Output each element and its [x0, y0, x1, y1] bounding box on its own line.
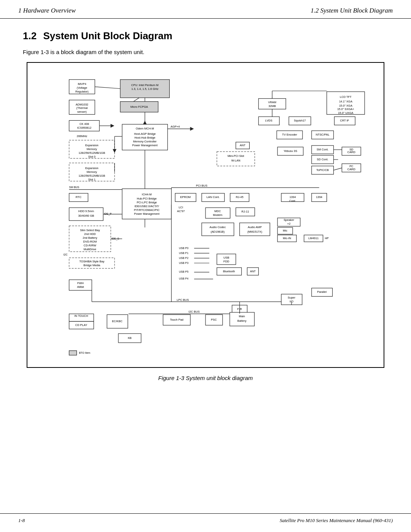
svg-text:Touch Pad: Touch Pad [170, 318, 183, 321]
svg-text:Mini-PCI Slot: Mini-PCI Slot [228, 154, 244, 158]
svg-text:Bluetooth: Bluetooth [223, 270, 235, 273]
svg-text:USB P0: USB P0 [179, 247, 188, 249]
svg-text:AC'97: AC'97 [177, 209, 185, 213]
svg-text:4Mbit: 4Mbit [77, 285, 84, 289]
svg-text:CARD: CARD [347, 168, 356, 171]
svg-text:Bridge Media: Bridge Media [83, 264, 100, 267]
svg-text:PCI BUS: PCI BUS [196, 184, 207, 187]
svg-text:RJ-45: RJ-45 [236, 195, 244, 199]
svg-text:1394: 1394 [290, 195, 296, 199]
svg-text:EPROM: EPROM [180, 195, 191, 199]
svg-text:Audio AMP: Audio AMP [248, 225, 262, 229]
page-footer: 1-8 Satellite Pro M10 Series Maintenance… [0, 513, 411, 524]
svg-text:FDD: FDD [223, 260, 229, 263]
svg-text:SD Cont.: SD Cont. [317, 158, 328, 161]
svg-text:DVD-ROM: DVD-ROM [83, 240, 97, 243]
svg-text:USB P4: USB P4 [179, 277, 188, 280]
svg-text:(AD1981B): (AD1981B) [210, 230, 225, 233]
svg-text:Squish17: Squish17 [294, 119, 306, 122]
svg-text:32MB: 32MB [268, 104, 276, 108]
svg-text:Battery: Battery [237, 319, 247, 323]
svg-text:MultiDrive: MultiDrive [84, 248, 96, 251]
svg-text:Super: Super [288, 296, 295, 299]
svg-text:Power Management: Power Management [134, 212, 160, 216]
svg-text:Regulator): Regulator) [75, 90, 89, 93]
svg-text:(Voltage: (Voltage [77, 86, 87, 89]
svg-text:TV Encoder: TV Encoder [282, 133, 297, 136]
svg-text:SM BUS: SM BUS [69, 186, 80, 189]
svg-text:LCI: LCI [178, 206, 183, 209]
svg-text:(MM1517X): (MM1517X) [247, 230, 262, 233]
svg-text:Expansion: Expansion [85, 166, 99, 170]
svg-text:CPU: Intel Pentium M: CPU: Intel Pentium M [131, 83, 159, 87]
figure-caption-bottom: Figure 1-3 System unit block diagram [23, 375, 388, 381]
svg-rect-99 [240, 223, 270, 236]
svg-text:ICS950812: ICS950812 [77, 126, 91, 129]
header-left: 1 Hardware Overview [18, 7, 76, 14]
svg-text:266MHz: 266MHz [77, 134, 88, 138]
svg-text:Modem: Modem [213, 213, 222, 217]
svg-text:senser): senser) [77, 110, 87, 113]
svg-text:RJ-11: RJ-11 [242, 210, 249, 213]
svg-text:128/256/512MB/1GB: 128/256/512MB/1GB [78, 151, 105, 155]
svg-text:×2: ×2 [287, 222, 291, 225]
svg-text:Audio Codec: Audio Codec [210, 225, 226, 229]
svg-text:USB P5: USB P5 [179, 270, 188, 273]
svg-text:IMVP4: IMVP4 [78, 82, 86, 86]
svg-marker-31 [190, 127, 193, 130]
svg-text:HP: HP [325, 236, 328, 240]
svg-text:IDE/USB2.0/AC'97/: IDE/USB2.0/AC'97/ [134, 204, 159, 208]
header-right: 1.2 System Unit Block Diagram [311, 7, 393, 14]
svg-text:(Thermal: (Thermal [76, 107, 88, 110]
svg-line-195 [134, 98, 139, 102]
section-title: 1.2 System Unit Block Diagram [23, 30, 388, 42]
svg-text:ANT: ANT [250, 270, 256, 273]
svg-text:Host-AGP Bridge: Host-AGP Bridge [134, 132, 156, 136]
svg-text:TOSHIBA Style Bay: TOSHIBA Style Bay [79, 260, 104, 263]
svg-text:Speaker: Speaker [284, 218, 294, 222]
svg-text:1394: 1394 [316, 195, 322, 199]
svg-text:USB P2: USB P2 [179, 257, 188, 259]
svg-text:W-LAN: W-LAN [231, 159, 241, 162]
svg-text:14.1" XGA: 14.1" XGA [339, 100, 352, 103]
svg-text:CARD: CARD [347, 150, 356, 154]
svg-text:2nd Battery: 2nd Battery [83, 236, 97, 240]
svg-text:ICH4-M: ICH4-M [142, 193, 152, 196]
svg-text:AGP×4: AGP×4 [170, 125, 180, 128]
svg-text:Mic-IN: Mic-IN [283, 236, 291, 240]
svg-rect-205 [69, 351, 77, 355]
svg-text:Slim Select Bay: Slim Select Bay [80, 228, 100, 232]
svg-text:CK 408: CK 408 [80, 122, 89, 126]
svg-text:Memory: Memory [87, 147, 97, 151]
svg-text:I2C BUS: I2C BUS [189, 310, 200, 313]
svg-text:HDD 9.5mm: HDD 9.5mm [78, 209, 94, 213]
svg-text:Slot 0: Slot 0 [88, 155, 96, 158]
svg-text:PSC: PSC [211, 318, 217, 321]
figure-caption-top: Figure 1-3 is a block diagram of the sys… [23, 49, 388, 55]
svg-text:EC/KBC: EC/KBC [112, 320, 123, 323]
svg-text:LM4911: LM4911 [308, 236, 319, 240]
svg-text:LVDS: LVDS [265, 119, 272, 122]
svg-text:USB P1: USB P1 [179, 252, 188, 254]
svg-text:USB: USB [223, 256, 229, 259]
svg-text:2nd HDD: 2nd HDD [84, 232, 96, 236]
svg-text:Memory: Memory [87, 170, 97, 174]
svg-text:LAN Cont.: LAN Cont. [207, 195, 220, 199]
svg-marker-28 [143, 121, 147, 124]
svg-line-215 [334, 168, 342, 170]
svg-text:Memory-Controller: Memory-Controller [133, 140, 157, 143]
svg-text:15.0" XGA: 15.0" XGA [339, 104, 352, 107]
svg-marker-16 [111, 124, 114, 127]
svg-text:Parallel: Parallel [317, 290, 327, 294]
svg-text:I2C: I2C [64, 253, 68, 256]
svg-text:Slot 1: Slot 1 [88, 178, 96, 181]
svg-text:FWH: FWH [77, 281, 84, 285]
svg-text:NTSC/PAL: NTSC/PAL [316, 133, 330, 136]
svg-text:KB: KB [128, 336, 132, 340]
svg-text:Expansion: Expansion [85, 144, 99, 147]
svg-text:ANT: ANT [240, 144, 245, 147]
svg-text:CD-R/RW: CD-R/RW [84, 244, 97, 247]
svg-text:ADM1032: ADM1032 [76, 103, 88, 106]
svg-text:Hub-PCI Bridge: Hub-PCI Bridge [137, 197, 157, 200]
svg-text:IN TOUCH: IN TOUCH [75, 314, 88, 318]
